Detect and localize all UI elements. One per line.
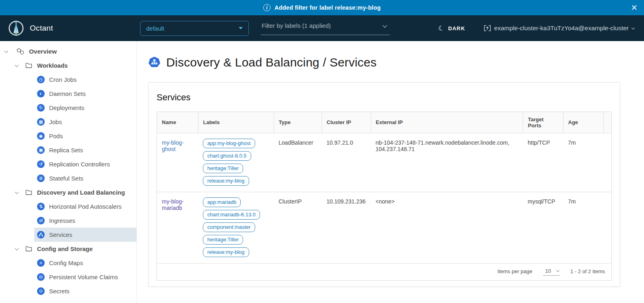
sidebar-item-ingresses[interactable]: ⇄ Ingresses (34, 214, 136, 228)
dark-theme-toggle[interactable]: ☾ DARK (438, 24, 465, 33)
pagination-range: 1 - 2 of 2 items (570, 268, 605, 274)
close-icon[interactable]: ✕ (631, 0, 638, 15)
label-filter-input[interactable]: Filter by labels (1 applied) (261, 21, 390, 35)
chevron-down-icon[interactable] (4, 49, 8, 53)
horizontal-pod-autoscalers-icon: ⇅ (37, 203, 45, 210)
label-chip[interactable]: release:my-blog (203, 176, 249, 186)
info-circle-icon: i (263, 4, 270, 11)
sidebar-item-label: Stateful Sets (49, 175, 83, 182)
sidebar-item-cron-jobs[interactable]: ◷ Cron Jobs (34, 73, 136, 87)
replica-sets-icon: ▣ (37, 146, 45, 154)
target-ports: http/TCP (523, 133, 563, 192)
spacer-column (603, 112, 611, 133)
label-filter-placeholder: Filter by labels (1 applied) (262, 22, 331, 29)
sidebar-item-deployments[interactable]: ↻ Deployments (34, 101, 136, 115)
table-header-row: Name Labels Type Cluster IP External IP … (157, 112, 611, 133)
service-resource-icon (148, 56, 161, 69)
sidebar-item-label: Replica Sets (49, 147, 83, 154)
sidebar-item-replication-controllers[interactable]: ↺ Replication Controllers (34, 157, 136, 171)
sidebar-item-jobs[interactable]: ▦ Jobs (34, 115, 136, 129)
sidebar-item-label: Horizontal Pod Autoscalers (49, 203, 122, 210)
sidebar-item-label: Secrets (49, 288, 70, 295)
namespace-select-value: default (146, 25, 164, 32)
stateful-sets-icon: ≣ (37, 174, 45, 182)
main-content: Discovery & Load Balancing / Services Se… (137, 41, 644, 303)
replication-controllers-icon: ↺ (37, 160, 45, 168)
chevron-down-icon (382, 23, 387, 27)
sidebar-item-stateful-sets[interactable]: ≣ Stateful Sets (34, 171, 136, 185)
sidebar-item-label: Deployments (49, 104, 85, 111)
sidebar-item-config-maps[interactable]: ≡ Config Maps (34, 256, 136, 270)
spacer-cell (603, 192, 611, 263)
cron-jobs-icon: ◷ (37, 76, 45, 83)
page-title-text: Discovery & Load Balancing / Services (166, 56, 377, 69)
label-chip[interactable]: heritage:Tiller (203, 235, 243, 245)
pods-icon: ◉ (37, 132, 45, 140)
app-title: Octant (30, 24, 53, 33)
age: 7m (563, 192, 603, 263)
external-ip: nb-104-237-148-71.newark.nodebalancer.li… (371, 133, 523, 192)
label-chip[interactable]: release:my-blog (203, 247, 249, 257)
card-title: Services (157, 92, 612, 103)
service-name-link[interactable]: my-blog-ghost (162, 139, 184, 152)
services-icon (37, 231, 45, 239)
notification-banner: i Added filter for label release:my-blog… (0, 0, 644, 15)
chevron-down-icon (632, 26, 635, 29)
cluster-ip: 10.97.21.0 (322, 133, 371, 192)
octant-logo-icon (8, 20, 24, 36)
sidebar-group-workloads[interactable]: Workloads (0, 58, 136, 73)
table-row: my-blog-mariadb app:mariadb chart:mariad… (157, 192, 611, 263)
chevron-down-icon[interactable] (15, 246, 19, 250)
ingresses-icon: ⇄ (37, 217, 45, 224)
chevron-down-icon (556, 269, 559, 272)
banner-message: Added filter for label release:my-blog (275, 4, 381, 11)
sidebar-item-pods[interactable]: ◉ Pods (34, 129, 136, 143)
column-header-type: Type (274, 112, 322, 133)
persistent-volume-claims-icon: ⊟ (37, 273, 45, 281)
app-header: Octant default Filter by labels (1 appli… (0, 15, 644, 41)
deployments-icon: ↻ (37, 104, 45, 112)
column-header-age: Age (563, 112, 603, 133)
sidebar-item-services[interactable]: Services (34, 228, 136, 242)
folder-icon (25, 246, 32, 252)
label-chip[interactable]: chart:mariadb-6.13.0 (203, 210, 260, 220)
label-chip[interactable]: chart:ghost-8.0.5 (203, 151, 251, 161)
column-header-cluster-ip: Cluster IP (322, 112, 371, 133)
sidebar-item-secrets[interactable]: ⊙ Secrets (34, 284, 136, 298)
service-name-link[interactable]: my-blog-mariadb (162, 198, 184, 211)
sidebar-item-daemon-sets[interactable]: ◐ Daemon Sets (34, 87, 136, 101)
sidebar-group-discovery-load-balancing[interactable]: Discovery and Load Balancing (0, 185, 136, 199)
sidebar-item-horizontal-pod-autoscalers[interactable]: ⇅ Horizontal Pod Autoscalers (34, 199, 136, 214)
sidebar-group-config-and-storage[interactable]: Config and Storage (0, 242, 136, 256)
theme-toggle-label: DARK (448, 25, 465, 31)
label-chip[interactable]: app:mariadb (203, 197, 241, 207)
sidebar-item-label: Services (49, 231, 72, 238)
secrets-icon: ⊙ (37, 287, 45, 295)
daemon-sets-icon: ◐ (37, 90, 45, 98)
label-chip[interactable]: app:my-blog-ghost (203, 139, 255, 148)
sidebar-item-label: Persistent Volume Claims (49, 274, 118, 280)
cluster-picker[interactable]: example-cluster-ka3TuTzYo4a@example-clus… (484, 25, 634, 32)
config-maps-icon: ≡ (37, 259, 45, 267)
service-type: ClusterIP (274, 192, 322, 263)
sidebar-item-label: Replication Controllers (49, 161, 110, 168)
sidebar-item-label: Pods (49, 133, 63, 139)
items-per-page-select[interactable]: 10 (543, 268, 560, 276)
label-chip[interactable]: component:master (203, 222, 255, 232)
sidebar-nav: Overview Workloads ◷ Cron Jobs ◐ Daemon … (0, 41, 137, 303)
spacer-cell (603, 133, 611, 192)
sidebar-item-overview[interactable]: Overview (0, 44, 136, 58)
external-ip: <none> (371, 192, 523, 263)
chevron-down-icon[interactable] (15, 190, 19, 194)
table-row: my-blog-ghost app:my-blog-ghost chart:gh… (157, 133, 611, 192)
cluster-ip: 10.109.231.236 (322, 192, 371, 263)
label-chip[interactable]: heritage:Tiller (203, 164, 243, 173)
chevron-down-icon[interactable] (15, 63, 19, 67)
target-ports: mysql/TCP (523, 192, 563, 263)
sidebar-item-persistent-volume-claims[interactable]: ⊟ Persistent Volume Claims (34, 270, 136, 284)
namespace-select[interactable]: default (140, 21, 249, 36)
sidebar-item-label: Ingresses (49, 217, 75, 224)
folder-icon (25, 62, 32, 68)
sidebar-item-replica-sets[interactable]: ▣ Replica Sets (34, 143, 136, 157)
page-title: Discovery & Load Balancing / Services (148, 56, 620, 69)
